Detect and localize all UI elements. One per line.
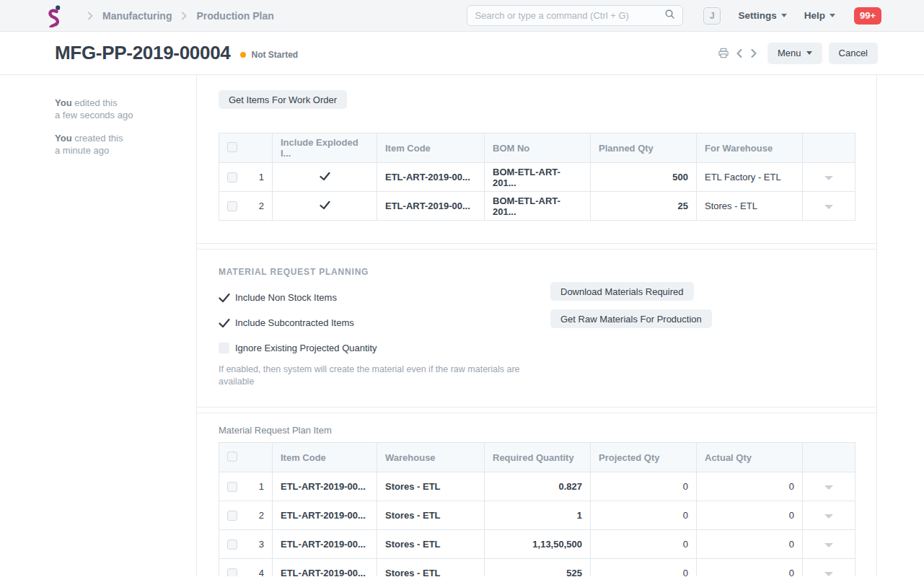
cell-required-qty[interactable]: 525	[485, 559, 591, 577]
col-required-quantity: Required Quantity	[485, 443, 591, 472]
app-logo-icon[interactable]	[46, 4, 65, 28]
section-work-order-items: Get Items For Work Order Include Explode…	[197, 75, 876, 244]
row-index: 2	[259, 201, 264, 211]
select-all-checkbox[interactable]	[227, 452, 237, 462]
print-button[interactable]	[715, 45, 732, 61]
row-expand-caret-icon[interactable]	[824, 572, 833, 576]
cell-projected-qty[interactable]: 0	[591, 530, 697, 559]
cell-actual-qty[interactable]: 0	[697, 530, 803, 559]
cell-warehouse[interactable]: Stores - ETL	[377, 530, 485, 559]
row-checkbox[interactable]	[227, 511, 237, 521]
cell-item-code[interactable]: ETL-ART-2019-00...	[273, 559, 377, 577]
cell-planned-qty[interactable]: 25	[591, 192, 697, 221]
user-avatar[interactable]: J	[703, 7, 721, 25]
cell-item-code[interactable]: ETL-ART-2019-00...	[273, 530, 377, 559]
cell-planned-qty[interactable]: 500	[591, 163, 697, 192]
cell-item-code[interactable]: ETL-ART-2019-00...	[377, 163, 485, 192]
row-expand-caret-icon[interactable]	[824, 514, 833, 519]
row-checkbox[interactable]	[227, 172, 237, 182]
timeline-when: a minute ago	[55, 145, 109, 156]
cell-bom-no[interactable]: BOM-ETL-ART-201...	[485, 192, 591, 221]
cell-projected-qty[interactable]: 0	[591, 472, 697, 501]
checkbox-label: Ignore Existing Projected Quantity	[235, 343, 377, 353]
menu-label: Menu	[778, 48, 801, 58]
settings-menu[interactable]: Settings	[738, 10, 786, 21]
checkbox-include-subcontracted-items[interactable]: Include Subcontracted Items	[219, 317, 550, 328]
row-checkbox[interactable]	[227, 568, 237, 577]
cell-required-qty[interactable]: 1,13,50,500	[485, 530, 591, 559]
cell-required-qty[interactable]: 0.827	[485, 472, 591, 501]
next-record-button[interactable]	[747, 45, 761, 61]
checkbox-ignore-existing-projected-quantity[interactable]: Ignore Existing Projected Quantity	[219, 343, 550, 353]
cell-projected-qty[interactable]: 0	[591, 501, 697, 530]
section-material-request-planning: MATERIAL REQUEST PLANNING Include Non St…	[197, 249, 876, 408]
cancel-button[interactable]: Cancel	[829, 43, 878, 64]
help-label: Help	[804, 10, 825, 21]
grid-header-row: Include Exploded I... Item Code BOM No P…	[219, 133, 855, 163]
timeline-user: You	[55, 97, 72, 108]
check-icon	[320, 201, 330, 210]
col-warehouse: Warehouse	[377, 443, 485, 472]
help-menu[interactable]: Help	[804, 10, 835, 21]
row-expand-caret-icon[interactable]	[824, 485, 833, 490]
cell-for-warehouse[interactable]: ETL Factory - ETL	[697, 163, 803, 192]
global-search	[467, 5, 683, 26]
cell-warehouse[interactable]: Stores - ETL	[377, 559, 485, 577]
form-sidebar: You edited this a few seconds ago You cr…	[0, 75, 197, 576]
row-checkbox[interactable]	[227, 201, 237, 211]
chevron-right-icon	[87, 12, 94, 20]
breadcrumb-manufacturing[interactable]: Manufacturing	[102, 10, 172, 22]
cell-item-code[interactable]: ETL-ART-2019-00...	[377, 192, 485, 221]
download-materials-required-button[interactable]: Download Materials Required	[550, 282, 694, 301]
breadcrumb-production-plan[interactable]: Production Plan	[196, 10, 273, 22]
po-items-grid: Include Exploded I... Item Code BOM No P…	[219, 133, 855, 221]
checkbox-include-non-stock-items[interactable]: Include Non Stock Items	[219, 292, 550, 303]
table-row: 2 ETL-ART-2019-00... BOM-ETL-ART-201... …	[219, 192, 855, 221]
cell-warehouse[interactable]: Stores - ETL	[377, 501, 485, 530]
cell-actual-qty[interactable]: 0	[697, 559, 803, 577]
cell-required-qty[interactable]: 1	[485, 501, 591, 530]
cell-item-code[interactable]: ETL-ART-2019-00...	[273, 501, 377, 530]
row-index: 1	[259, 481, 264, 492]
cell-include-exploded[interactable]	[273, 192, 377, 221]
row-checkbox[interactable]	[227, 482, 237, 492]
cell-item-code[interactable]: ETL-ART-2019-00...	[273, 472, 377, 501]
row-expand-caret-icon[interactable]	[824, 176, 833, 180]
check-icon	[219, 318, 230, 328]
cell-for-warehouse[interactable]: Stores - ETL	[697, 192, 803, 221]
cell-projected-qty[interactable]: 0	[591, 559, 697, 577]
timeline-when: a few seconds ago	[55, 110, 133, 120]
table-row: 2 ETL-ART-2019-00... Stores - ETL 1 0 0	[219, 501, 855, 530]
row-expand-caret-icon[interactable]	[824, 205, 833, 209]
table-row: 1 ETL-ART-2019-00... BOM-ETL-ART-201... …	[219, 163, 855, 192]
notifications-badge[interactable]: 99+	[854, 7, 881, 25]
table-row: 3 ETL-ART-2019-00... Stores - ETL 1,13,5…	[219, 530, 855, 559]
status-label: Not Started	[251, 50, 298, 60]
cell-actual-qty[interactable]: 0	[697, 501, 803, 530]
prev-record-button[interactable]	[732, 45, 747, 61]
get-items-for-work-order-button[interactable]: Get Items For Work Order	[219, 90, 347, 109]
checkbox-label: Include Non Stock Items	[235, 292, 337, 303]
select-all-checkbox[interactable]	[227, 142, 237, 152]
get-raw-materials-for-production-button[interactable]: Get Raw Materials For Production	[550, 309, 712, 328]
row-expand-caret-icon[interactable]	[824, 543, 833, 547]
row-checkbox[interactable]	[227, 539, 237, 550]
table-row: 4 ETL-ART-2019-00... Stores - ETL 525 0 …	[219, 559, 855, 577]
col-include-exploded: Include Exploded I...	[273, 133, 377, 163]
col-projected-qty: Projected Qty	[591, 443, 697, 472]
status-indicator: Not Started	[240, 50, 298, 60]
cell-bom-no[interactable]: BOM-ETL-ART-201...	[485, 163, 591, 192]
search-input[interactable]	[475, 10, 664, 21]
col-bom-no: BOM No	[485, 133, 591, 163]
cell-include-exploded[interactable]	[273, 163, 377, 192]
mr-plan-item-grid: Item Code Warehouse Required Quantity Pr…	[219, 442, 855, 576]
cell-actual-qty[interactable]: 0	[697, 472, 803, 501]
timeline-edited: You edited this a few seconds ago	[55, 97, 182, 121]
chevron-right-icon	[180, 12, 188, 20]
menu-button[interactable]: Menu	[767, 43, 822, 64]
col-planned-qty: Planned Qty	[591, 133, 697, 163]
cell-warehouse[interactable]: Stores - ETL	[377, 472, 485, 501]
row-index: 2	[259, 510, 264, 521]
chevron-down-icon	[781, 14, 787, 17]
col-for-warehouse: For Warehouse	[697, 133, 803, 163]
